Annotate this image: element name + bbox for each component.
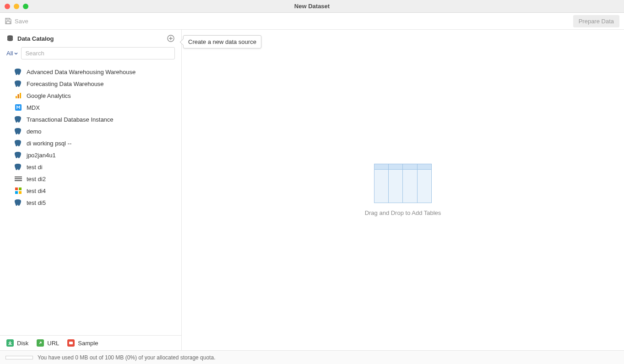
postgres-icon <box>15 68 22 75</box>
catalog-item-label: test di <box>27 164 43 171</box>
catalog-item[interactable]: MDX <box>0 102 181 113</box>
svg-rect-9 <box>15 180 22 181</box>
titlebar: New Dataset <box>0 0 624 13</box>
disk-icon <box>6 339 14 347</box>
postgres-icon <box>15 163 22 171</box>
sample-icon <box>67 339 75 347</box>
filter-dropdown[interactable]: All <box>6 50 18 57</box>
ga-icon <box>15 92 22 99</box>
catalog-item[interactable]: test di5 <box>0 197 181 209</box>
catalog-item[interactable]: demo <box>0 125 181 137</box>
sample-source-button[interactable]: Sample <box>67 339 98 347</box>
catalog-item-label: test di4 <box>27 187 46 194</box>
catalog-item-label: Transactional Database Instance <box>27 116 114 123</box>
minimize-window-button[interactable] <box>14 4 19 9</box>
maximize-window-button[interactable] <box>23 4 28 9</box>
catalog-item-label: di working psql -- <box>27 140 71 147</box>
mdx-icon <box>15 104 22 111</box>
catalog-list: Advanced Data Warehousing WarehouseForec… <box>0 63 181 335</box>
url-source-button[interactable]: URL <box>37 339 59 347</box>
catalog-item-label: Forecasting Data Warehouse <box>27 80 104 87</box>
svg-rect-13 <box>19 191 22 194</box>
search-row: All <box>0 45 181 63</box>
close-window-button[interactable] <box>5 4 10 9</box>
window-controls <box>0 4 28 9</box>
postgres-icon <box>15 139 22 147</box>
add-data-source-button[interactable] <box>167 34 175 43</box>
save-icon <box>5 17 12 25</box>
svg-rect-11 <box>19 187 22 190</box>
prepare-data-button[interactable]: Prepare Data <box>573 15 619 27</box>
catalog-item-label: test di2 <box>27 176 46 182</box>
catalog-header: Data Catalog <box>0 30 181 45</box>
canvas[interactable]: Drag and Drop to Add Tables <box>182 30 624 350</box>
chevron-down-icon <box>14 51 18 56</box>
svg-rect-8 <box>15 178 22 179</box>
statusbar: You have used 0 MB out of 100 MB (0%) of… <box>0 350 624 364</box>
catalog-item[interactable]: jpo2jan4u1 <box>0 149 181 161</box>
catalog-item-label: MDX <box>27 104 40 111</box>
svg-point-1 <box>7 35 13 37</box>
catalog-item[interactable]: test di <box>0 161 181 173</box>
postgres-icon <box>15 116 22 123</box>
main-area: Data Catalog All Advanced Data Warehousi… <box>0 30 624 350</box>
svg-rect-3 <box>16 96 17 98</box>
svg-rect-14 <box>8 344 12 345</box>
catalog-item[interactable]: test di2 <box>0 173 181 185</box>
database-icon <box>6 35 14 42</box>
svg-rect-7 <box>15 177 22 177</box>
svg-rect-12 <box>15 191 18 194</box>
catalog-title: Data Catalog <box>6 35 54 42</box>
catalog-item[interactable]: Transactional Database Instance <box>0 113 181 125</box>
tooltip: Create a new data source <box>183 35 261 48</box>
catalog-item-label: demo <box>27 128 42 135</box>
drop-hint-text: Drag and Drop to Add Tables <box>365 209 441 216</box>
ibm-icon <box>15 175 22 182</box>
catalog-item-label: Advanced Data Warehousing Warehouse <box>27 69 136 75</box>
catalog-item[interactable]: Google Analytics <box>0 90 181 102</box>
catalog-item-label: jpo2jan4u1 <box>27 152 56 159</box>
svg-rect-0 <box>6 21 10 24</box>
svg-rect-10 <box>15 187 18 190</box>
catalog-item[interactable]: Forecasting Data Warehouse <box>0 78 181 90</box>
sidebar-footer: Disk URL Sample <box>0 335 181 350</box>
quota-progress-bar <box>5 356 33 359</box>
catalog-item[interactable]: Advanced Data Warehousing Warehouse <box>0 66 181 78</box>
drop-placeholder: Drag and Drop to Add Tables <box>365 164 441 216</box>
catalog-item-label: test di5 <box>27 199 46 206</box>
svg-rect-4 <box>18 94 19 98</box>
svg-rect-5 <box>20 93 21 98</box>
catalog-item[interactable]: test di4 <box>0 185 181 197</box>
catalog-item-label: Google Analytics <box>27 92 71 99</box>
window-title: New Dataset <box>0 3 624 10</box>
save-button[interactable]: Save <box>5 17 28 25</box>
search-input[interactable] <box>21 47 175 59</box>
postgres-icon <box>15 199 22 206</box>
disk-source-button[interactable]: Disk <box>6 339 28 347</box>
save-label: Save <box>15 18 28 25</box>
toolbar: Save Prepare Data <box>0 13 624 30</box>
url-icon <box>37 339 44 347</box>
table-graphic-icon <box>374 164 432 203</box>
quota-text: You have used 0 MB out of 100 MB (0%) of… <box>38 354 215 361</box>
sidebar: Data Catalog All Advanced Data Warehousi… <box>0 30 182 350</box>
postgres-icon <box>15 151 22 159</box>
svg-rect-15 <box>69 342 73 344</box>
postgres-icon <box>15 80 22 87</box>
postgres-icon <box>15 128 22 135</box>
ms-icon <box>15 187 22 194</box>
catalog-item[interactable]: di working psql -- <box>0 137 181 149</box>
